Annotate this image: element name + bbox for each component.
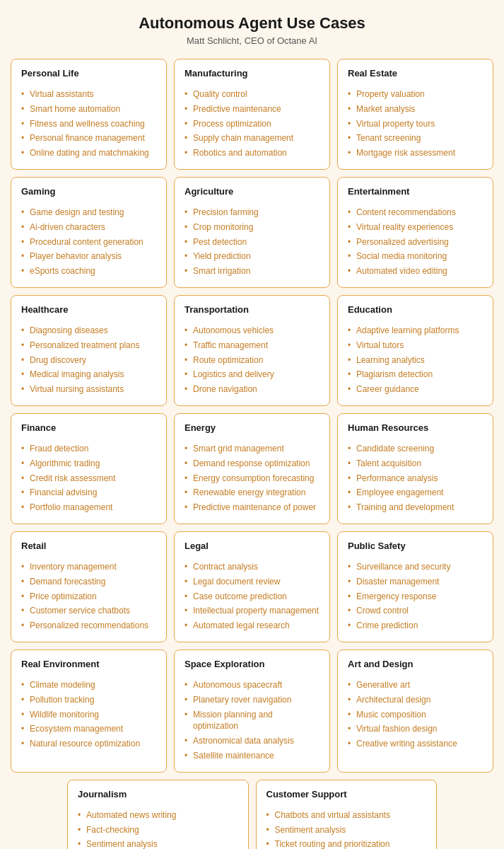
list-item: Surveillance and security: [348, 560, 483, 574]
card-title: Real Environment: [21, 659, 156, 672]
list-item: Wildlife monitoring: [21, 708, 156, 722]
list-item: Fraud detection: [21, 441, 156, 456]
category-card: EntertainmentContent recommendationsVirt…: [337, 177, 493, 288]
list-item: Automated video editing: [348, 264, 483, 279]
list-item: Talent acquisition: [348, 456, 483, 471]
card-list: Candidate screeningTalent acquisitionPer…: [348, 441, 483, 515]
list-item: Robotics and automation: [184, 146, 320, 161]
category-card: ManufacturingQuality controlPredictive m…: [174, 59, 330, 170]
card-title: Finance: [21, 422, 156, 436]
list-item: Learning analytics: [348, 353, 483, 368]
list-item: Emergency response: [348, 589, 483, 604]
list-item: Smart grid management: [184, 441, 320, 456]
list-item: Sentiment analysis: [266, 823, 427, 838]
list-item: Virtual tutors: [348, 338, 483, 353]
list-item: Sentiment analysis: [78, 837, 238, 849]
card-title: Education: [348, 304, 483, 318]
list-item: Career guidance: [348, 382, 483, 397]
list-item: Crowd control: [348, 603, 483, 618]
card-list: Inventory managementDemand forecastingPr…: [21, 560, 156, 633]
list-item: Generative art: [348, 678, 483, 693]
card-list: Game design and testingAi-driven charact…: [21, 205, 156, 279]
list-item: Case outcome prediction: [184, 589, 320, 604]
card-title: Entertainment: [348, 186, 483, 200]
grid-row: FinanceFraud detectionAlgorithmic tradin…: [11, 413, 493, 524]
list-item: Player behavior analysis: [21, 249, 156, 264]
list-item: Music composition: [348, 708, 483, 722]
list-item: Algorithmic trading: [21, 456, 156, 471]
list-item: Inventory management: [21, 560, 156, 574]
list-item: Route optimization: [184, 353, 320, 368]
list-item: Fitness and wellness coaching: [21, 117, 156, 132]
card-title: Customer Support: [266, 789, 427, 802]
category-card: Personal LifeVirtual assistantsSmart hom…: [11, 59, 167, 170]
card-list: Content recommendationsVirtual reality e…: [348, 205, 483, 279]
list-item: Tenant screening: [348, 131, 483, 146]
category-card: Human ResourcesCandidate screeningTalent…: [337, 413, 493, 524]
list-item: Market analysis: [348, 102, 483, 117]
category-card: EducationAdaptive learning platformsVirt…: [337, 295, 493, 406]
card-title: Agriculture: [184, 186, 320, 200]
list-item: Ticket routing and prioritization: [266, 837, 427, 849]
list-item: Medical imaging analysis: [21, 367, 156, 382]
list-item: Mortgage risk assessment: [348, 146, 483, 161]
card-title: Public Safety: [348, 541, 483, 554]
list-item: Energy consumption forecasting: [184, 471, 320, 486]
list-item: Personalized recommendations: [21, 618, 156, 633]
list-item: Fact-checking: [78, 823, 238, 838]
list-item: Personalized advertising: [348, 235, 483, 250]
list-item: Intellectual property management: [184, 603, 320, 618]
list-item: Planetary rover navigation: [184, 693, 320, 708]
list-item: Natural resource optimization: [21, 737, 156, 751]
card-title: Art and Design: [348, 659, 483, 672]
list-item: Process optimization: [184, 117, 320, 132]
card-list: Virtual assistantsSmart home automationF…: [21, 87, 156, 161]
list-item: Social media monitoring: [348, 249, 483, 264]
list-item: Pollution tracking: [21, 693, 156, 708]
grid-row: RetailInventory managementDemand forecas…: [11, 531, 493, 642]
category-card: Real EstateProperty valuationMarket anal…: [337, 59, 493, 170]
list-item: Diagnosing diseases: [21, 323, 156, 338]
category-card: Customer SupportChatbots and virtual ass…: [256, 780, 438, 849]
main-grid: Personal LifeVirtual assistantsSmart hom…: [11, 59, 493, 773]
card-title: Healthcare: [21, 304, 156, 318]
list-item: Financial advising: [21, 485, 156, 500]
list-item: Legal document review: [184, 574, 320, 589]
list-item: Demand response optimization: [184, 456, 320, 471]
list-item: Yield prediction: [184, 249, 320, 264]
list-item: Virtual fashion design: [348, 722, 483, 737]
list-item: Drone navigation: [184, 382, 320, 397]
category-card: RetailInventory managementDemand forecas…: [11, 531, 167, 642]
page-subtitle: Matt Schlicht, CEO of Octane AI: [11, 35, 493, 46]
list-item: Creative writing assistance: [348, 737, 483, 751]
grid-row: HealthcareDiagnosing diseasesPersonalize…: [11, 295, 493, 406]
card-list: Smart grid managementDemand response opt…: [184, 441, 320, 515]
list-item: Personal finance management: [21, 131, 156, 146]
card-title: Gaming: [21, 186, 156, 200]
card-title: Manufacturing: [184, 68, 320, 81]
list-item: Climate modeling: [21, 678, 156, 693]
page-title: Autonomous Agent Use Cases: [11, 14, 493, 33]
list-item: Ecosystem management: [21, 722, 156, 737]
card-list: Diagnosing diseasesPersonalized treatmen…: [21, 323, 156, 397]
list-item: Architectural design: [348, 693, 483, 708]
card-list: Property valuationMarket analysisVirtual…: [348, 87, 483, 161]
card-title: Real Estate: [348, 68, 483, 81]
category-card: TransportationAutonomous vehiclesTraffic…: [174, 295, 330, 406]
category-card: EnergySmart grid managementDemand respon…: [174, 413, 330, 524]
list-item: Candidate screening: [348, 441, 483, 456]
category-card: AgriculturePrecision farmingCrop monitor…: [174, 177, 330, 288]
list-item: Virtual nursing assistants: [21, 382, 156, 397]
list-item: Training and development: [348, 500, 483, 515]
list-item: Astronomical data analysis: [184, 734, 320, 749]
card-list: Chatbots and virtual assistantsSentiment…: [266, 808, 427, 849]
card-list: Automated news writingFact-checkingSenti…: [78, 808, 238, 849]
list-item: Automated legal research: [184, 618, 320, 633]
card-title: Human Resources: [348, 422, 483, 436]
card-title: Retail: [21, 541, 156, 554]
list-item: Autonomous vehicles: [184, 323, 320, 338]
list-item: Ai-driven characters: [21, 220, 156, 235]
category-card: JournalismAutomated news writingFact-che…: [67, 780, 249, 849]
category-card: HealthcareDiagnosing diseasesPersonalize…: [11, 295, 167, 406]
grid-row: GamingGame design and testingAi-driven c…: [11, 177, 493, 288]
